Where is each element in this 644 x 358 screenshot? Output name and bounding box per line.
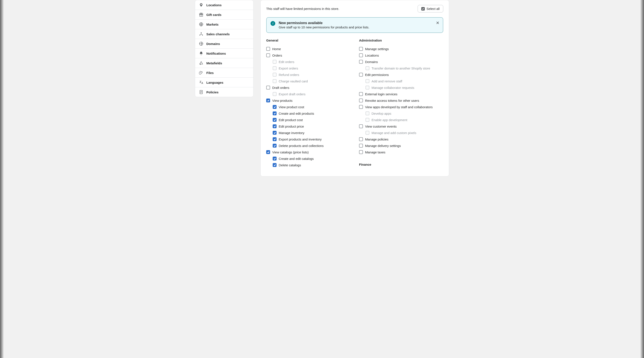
sidebar-item-locations[interactable]: Locations (195, 0, 253, 10)
permission-row: Charge vaulted card (266, 78, 350, 84)
permission-row[interactable]: Revoke access tokens for other users (359, 97, 443, 104)
checkbox[interactable] (266, 53, 270, 57)
sidebar-item-domains[interactable]: Domains (195, 39, 253, 49)
checkbox[interactable] (273, 163, 276, 167)
permission-row[interactable]: Create and edit catalogs (266, 155, 350, 162)
checkbox[interactable] (359, 105, 363, 109)
permission-label: View product cost (279, 105, 304, 109)
banner-close-button[interactable] (436, 21, 440, 25)
checkbox (273, 79, 276, 83)
checkbox[interactable] (273, 131, 276, 135)
checkbox[interactable] (359, 124, 363, 128)
permission-row[interactable]: View products (266, 97, 350, 104)
domain-icon (199, 41, 203, 46)
permission-row[interactable]: Manage taxes (359, 149, 443, 155)
checkbox[interactable] (273, 105, 276, 109)
permission-row[interactable]: Edit product price (266, 123, 350, 130)
permission-label: Export products and inventory (279, 138, 322, 141)
checkbox[interactable] (359, 47, 363, 51)
checkbox[interactable] (266, 86, 270, 89)
sidebar-item-markets[interactable]: Markets (195, 19, 253, 29)
checkbox[interactable] (359, 60, 363, 64)
permission-label: View apps developed by staff and collabo… (365, 105, 433, 109)
permission-label: Manage policies (365, 138, 388, 141)
permission-row[interactable]: Edit permissions (359, 71, 443, 78)
sidebar-item-policies[interactable]: Policies (195, 87, 253, 97)
checkbox (366, 118, 370, 122)
checkbox (366, 79, 370, 83)
permission-row[interactable]: Locations (359, 52, 443, 58)
permission-row: Manage and add custom pixels (359, 130, 443, 136)
permissions-column: AdministrationManage settingsLocationsDo… (359, 38, 443, 170)
select-all-button[interactable]: Select all (418, 5, 443, 12)
permission-row[interactable]: Delete catalogs (266, 162, 350, 168)
settings-sidebar: LocationsGift cardsMarketsSales channels… (195, 0, 254, 97)
permission-label: Manage collaborator requests (372, 86, 414, 89)
permission-row[interactable]: Manage delivery settings (359, 142, 443, 149)
checkbox[interactable] (359, 137, 363, 141)
sidebar-item-sales-channels[interactable]: Sales channels (195, 29, 253, 39)
checkbox[interactable] (359, 92, 363, 96)
permission-row[interactable]: Domains (359, 58, 443, 65)
permission-row[interactable]: Draft orders (266, 84, 350, 91)
sidebar-item-files[interactable]: Files (195, 68, 253, 78)
permission-label: Edit orders (279, 60, 294, 64)
permission-row[interactable]: View customer events (359, 123, 443, 130)
permission-label: View products (272, 99, 292, 102)
checkbox[interactable] (359, 150, 363, 154)
checkbox[interactable] (359, 53, 363, 57)
sidebar-item-label: Languages (206, 81, 223, 84)
permission-row[interactable]: Edit product cost (266, 117, 350, 123)
checkbox[interactable] (266, 99, 270, 102)
checkbox[interactable] (359, 73, 363, 77)
policy-icon (199, 90, 203, 94)
checkbox[interactable] (266, 150, 270, 154)
permission-row[interactable]: Delete products and collections (266, 142, 350, 149)
checkbox[interactable] (273, 137, 276, 141)
permission-label: Draft orders (272, 86, 289, 89)
permission-row[interactable]: Export products and inventory (266, 136, 350, 142)
permission-label: Manage and add custom pixels (372, 131, 416, 135)
checkbox[interactable] (266, 47, 270, 51)
permission-row[interactable]: Manage inventory (266, 130, 350, 136)
sidebar-item-label: Domains (206, 42, 220, 46)
checkbox (273, 66, 276, 70)
permission-label: Add and remove staff (372, 79, 402, 83)
permission-row[interactable]: Orders (266, 52, 350, 58)
sidebar-item-notifications[interactable]: Notifications (195, 49, 253, 58)
permission-row[interactable]: View apps developed by staff and collabo… (359, 104, 443, 110)
sidebar-item-languages[interactable]: Languages (195, 78, 253, 87)
permission-label: Delete products and collections (279, 144, 324, 148)
permission-label: Domains (365, 60, 378, 64)
checkbox[interactable] (273, 118, 276, 122)
checkbox[interactable] (273, 144, 276, 148)
checkbox[interactable] (359, 144, 363, 148)
checkbox[interactable] (273, 111, 276, 115)
sidebar-item-metafields[interactable]: AMetafields (195, 58, 253, 68)
checkbox (366, 66, 370, 70)
checkbox (273, 92, 276, 96)
checkbox[interactable] (273, 124, 276, 128)
sidebar-item-label: Policies (206, 90, 218, 94)
checkbox-filled-icon (421, 7, 425, 10)
permission-row[interactable]: Manage policies (359, 136, 443, 142)
permissions-card: This staff will have limited permissions… (260, 0, 449, 177)
permission-label: Create and edit products (279, 112, 314, 115)
permission-row: Edit orders (266, 58, 350, 65)
checkbox[interactable] (359, 99, 363, 102)
permission-label: Transfer domain to another Shopify store (372, 66, 430, 70)
permission-label: Edit product cost (279, 118, 303, 122)
permission-label: Enable app development (372, 118, 407, 122)
sidebar-item-label: Locations (206, 3, 222, 7)
permission-label: Locations (365, 54, 379, 57)
permission-row[interactable]: Create and edit products (266, 110, 350, 117)
checkbox[interactable] (273, 157, 276, 161)
permission-row[interactable]: View catalogs (price lists) (266, 149, 350, 155)
svg-point-1 (201, 32, 202, 33)
permission-row[interactable]: View product cost (266, 104, 350, 110)
permission-row[interactable]: External login services (359, 91, 443, 97)
permission-row[interactable]: Manage settings (359, 46, 443, 52)
permission-row[interactable]: Home (266, 46, 350, 52)
sidebar-item-gift-cards[interactable]: Gift cards (195, 10, 253, 19)
permission-row: Add and remove staff (359, 78, 443, 84)
